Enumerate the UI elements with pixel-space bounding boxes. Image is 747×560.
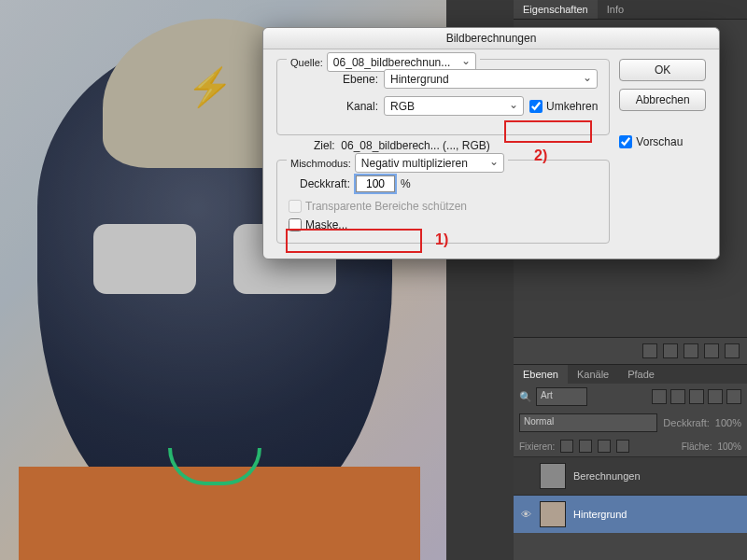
bildberechnungen-dialog: Bildberechnungen Quelle: 06_08_bildberec… (262, 27, 720, 259)
deckkraft-label: Deckkraft: (289, 177, 350, 190)
layer-filter-select[interactable]: Art (536, 387, 587, 406)
fill-value[interactable]: 100% (717, 441, 741, 452)
vorschau-label: Vorschau (636, 135, 683, 148)
layer-thumbnail (540, 463, 566, 489)
lock-transparency-icon[interactable] (560, 440, 573, 453)
ebene-value: Hintergrund (390, 73, 449, 86)
layer-thumbnail (540, 501, 566, 527)
ok-button[interactable]: OK (619, 59, 706, 81)
tab-kanaele[interactable]: Kanäle (568, 365, 618, 384)
panel-icon-row (514, 337, 747, 364)
adjustment-icon[interactable] (663, 343, 678, 358)
fill-label: Fläche: (682, 441, 712, 452)
search-icon: 🔍 (519, 391, 532, 403)
ebene-label: Ebene: (289, 73, 378, 86)
tab-info[interactable]: Info (598, 0, 633, 19)
mischmodus-label: Mischmodus: (290, 158, 351, 169)
filter-shape-icon[interactable] (708, 389, 723, 404)
deckkraft-input[interactable] (356, 175, 395, 192)
kanal-select[interactable]: RGB (384, 96, 524, 116)
ziel-value: 06_08_bildberech... (..., RGB) (341, 139, 489, 152)
tab-eigenschaften[interactable]: Eigenschaften (514, 0, 598, 19)
umkehren-input[interactable] (529, 100, 543, 113)
layer-name: Hintergrund (573, 509, 627, 520)
adjustment-icon[interactable] (725, 343, 740, 358)
filter-image-icon[interactable] (652, 389, 667, 404)
lock-position-icon[interactable] (598, 440, 611, 453)
blend-mode-select[interactable]: Normal (519, 413, 657, 432)
layer-item[interactable]: 👁 Hintergrund (514, 495, 747, 533)
filter-smart-icon[interactable] (726, 389, 741, 404)
deckkraft-unit: % (401, 177, 411, 190)
ziel-label: Ziel: (314, 139, 335, 152)
mischmodus-select[interactable]: Negativ multiplizieren (355, 153, 504, 173)
quelle-value: 06_08_bildberechnun... (333, 56, 450, 69)
lock-pixels-icon[interactable] (579, 440, 592, 453)
layer-item[interactable]: Berechnungen (514, 456, 747, 495)
lightning-icon: ⚡ (187, 65, 233, 109)
transparente-label: Transparente Bereiche schützen (305, 200, 467, 213)
tab-pfade[interactable]: Pfade (618, 365, 664, 384)
umkehren-label: Umkehren (546, 100, 598, 113)
kanal-label: Kanal: (289, 100, 378, 113)
dialog-title: Bildberechnungen (263, 28, 719, 49)
opacity-label: Deckkraft: (663, 417, 710, 428)
adjustment-icon[interactable] (704, 343, 719, 358)
filter-adjust-icon[interactable] (670, 389, 685, 404)
lock-label: Fixieren: (519, 441, 555, 452)
maske-label: Maske... (305, 218, 347, 231)
tab-ebenen[interactable]: Ebenen (514, 365, 568, 384)
transparente-checkbox (289, 200, 302, 213)
mischmodus-value: Negativ multiplizieren (361, 157, 468, 170)
adjustment-icon[interactable] (684, 343, 698, 358)
vorschau-input[interactable] (619, 135, 632, 148)
ebene-select[interactable]: Hintergrund (384, 69, 598, 89)
maske-checkbox[interactable] (289, 218, 302, 231)
filter-type-icon[interactable] (689, 389, 704, 404)
properties-tabs: Eigenschaften Info (514, 0, 747, 20)
vorschau-checkbox[interactable]: Vorschau (619, 135, 706, 148)
opacity-value[interactable]: 100% (715, 417, 741, 428)
quelle-label: Quelle: (290, 57, 323, 68)
layers-tabs: Ebenen Kanäle Pfade (514, 365, 747, 384)
kanal-value: RGB (390, 100, 415, 113)
cancel-button[interactable]: Abbrechen (619, 89, 706, 111)
umkehren-checkbox[interactable]: Umkehren (529, 100, 598, 113)
layer-name: Berechnungen (573, 470, 641, 482)
lock-all-icon[interactable] (616, 440, 629, 453)
adjustment-icon[interactable] (642, 343, 657, 358)
visibility-toggle[interactable]: 👁 (519, 509, 532, 520)
layers-panel: Ebenen Kanäle Pfade 🔍 Art Normal Deckkra… (514, 364, 747, 533)
